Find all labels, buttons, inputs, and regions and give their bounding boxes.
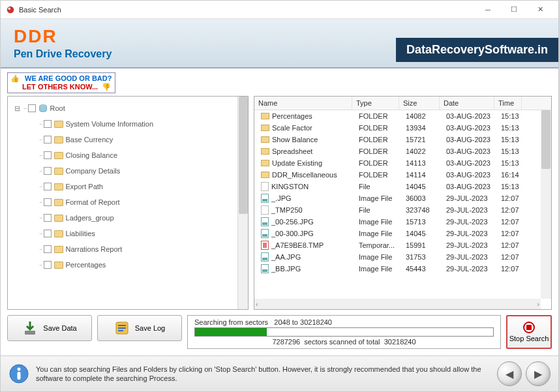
progress-panel: Searching from sectors 2048 to 30218240 … — [187, 315, 501, 349]
tree-root[interactable]: ⊟···Root — [12, 100, 232, 116]
website-label: DataRecoverySoftware.in — [396, 38, 558, 62]
progress-mid: sectors scanned of total — [304, 338, 380, 346]
table-row[interactable]: Update ExistingFOLDER1411303-AUG-202315:… — [254, 157, 551, 169]
next-arrow-icon: ▶ — [534, 368, 542, 380]
stop-search-button[interactable]: Stop Search — [506, 315, 552, 349]
folder-icon — [54, 152, 63, 159]
folder-icon — [261, 136, 269, 143]
save-data-button[interactable]: Save Data — [7, 315, 92, 341]
table-row[interactable]: KINGSTONFile1404503-AUG-202315:13 — [254, 181, 551, 192]
tmp-icon — [261, 241, 269, 250]
col-name[interactable]: Name — [254, 97, 352, 110]
folder-icon — [261, 113, 269, 119]
progress-bar — [194, 327, 494, 337]
progress-label: Searching from sectors — [194, 318, 268, 326]
tree-item[interactable]: ···System Volume Information — [12, 116, 232, 132]
table-row[interactable]: Show BalanceFOLDER1572103-AUG-202315:13 — [254, 134, 551, 145]
maximize-button[interactable]: ☐ — [501, 2, 527, 18]
folder-icon — [54, 246, 63, 253]
svg-rect-6 — [118, 327, 126, 329]
progress-range: 2048 to 30218240 — [274, 318, 332, 326]
drive-icon — [38, 104, 48, 113]
img-icon — [261, 194, 269, 203]
back-arrow-icon: ◀ — [506, 368, 513, 380]
progress-total: 30218240 — [384, 338, 416, 346]
footer-tip: You can stop searching Files and Folders… — [36, 365, 491, 384]
col-date[interactable]: Date — [440, 97, 494, 110]
promo-banner[interactable]: 👍 WE ARE GOOD OR BAD? LET OTHERS KNOW...… — [7, 72, 552, 93]
save-data-icon — [22, 320, 38, 336]
table-row[interactable]: _00-256.JPGImage File1571329-JUL-202312:… — [254, 216, 551, 228]
tree-scrollbar[interactable] — [237, 97, 248, 309]
folder-icon — [54, 215, 63, 222]
save-data-label: Save Data — [43, 324, 76, 332]
folder-icon — [261, 125, 269, 131]
tree-item[interactable]: ···Base Currency — [12, 132, 232, 147]
svg-rect-5 — [118, 325, 126, 326]
tree-item[interactable]: ···Company Details — [12, 163, 232, 179]
banner: DDR Pen Drive Recovery DataRecoverySoftw… — [1, 19, 558, 68]
stop-search-label: Stop Search — [509, 335, 549, 342]
tree-item[interactable]: ···Closing Balance — [12, 147, 232, 163]
img-icon — [261, 264, 269, 273]
tree-item[interactable]: ···Liabilities — [12, 226, 232, 241]
svg-point-9 — [18, 368, 21, 371]
folder-icon — [54, 262, 63, 269]
back-button[interactable]: ◀ — [497, 361, 522, 386]
svg-rect-7 — [118, 330, 123, 331]
list-scrollbar-horizontal[interactable]: ‹› — [254, 299, 541, 309]
thumbs-up-icon: 👍 — [10, 74, 20, 82]
minimize-button[interactable]: ─ — [475, 2, 501, 18]
col-size[interactable]: Size — [399, 97, 440, 110]
tree-item[interactable]: ···Ladgers_group — [12, 210, 232, 226]
save-log-button[interactable]: Save Log — [97, 315, 182, 341]
folder-icon — [54, 199, 63, 206]
tree-item[interactable]: ···Export Path — [12, 179, 232, 194]
table-row[interactable]: DDR_MiscellaneousFOLDER1411403-AUG-20231… — [254, 169, 551, 181]
table-row[interactable]: SpreadsheetFOLDER1402203-AUG-202315:13 — [254, 145, 551, 157]
table-row[interactable]: Scale FactorFOLDER1393403-AUG-202315:13 — [254, 122, 551, 134]
stop-icon — [523, 322, 535, 333]
folder-tree-panel: ⊟···Root···System Volume Information···B… — [7, 96, 249, 310]
table-row[interactable]: _A7E9BE8.TMPTemporar...1599129-JUL-20231… — [254, 239, 551, 251]
tree-item[interactable]: ···Format of Report — [12, 194, 232, 210]
folder-icon — [261, 172, 269, 178]
col-time[interactable]: Time — [494, 97, 522, 110]
progress-scanned: 7287296 — [272, 338, 300, 346]
folder-icon — [54, 168, 63, 175]
titlebar: Basic Search ─ ☐ ✕ — [1, 1, 558, 19]
svg-rect-10 — [18, 372, 21, 380]
table-row[interactable]: PercentagesFOLDER1408203-AUG-202315:13 — [254, 110, 551, 122]
save-log-label: Save Log — [135, 324, 165, 332]
file-list-panel: Name Type Size Date Time PercentagesFOLD… — [254, 96, 552, 310]
folder-icon — [54, 230, 63, 237]
img-icon — [261, 252, 269, 262]
thumbs-down-icon: 👎 — [102, 83, 111, 91]
promo-line1: WE ARE GOOD OR BAD? — [25, 74, 112, 82]
tree-item[interactable]: ···Percentages — [12, 257, 232, 273]
img-icon — [261, 217, 269, 226]
col-type[interactable]: Type — [352, 97, 399, 110]
doc-icon — [261, 182, 269, 191]
table-row[interactable]: _BB.JPGImage File4544329-JUL-202312:07 — [254, 263, 551, 275]
doc-icon — [261, 205, 269, 215]
svg-point-1 — [8, 7, 11, 10]
promo-line2: LET OTHERS KNOW... — [22, 83, 98, 91]
table-row[interactable]: _AA.JPGImage File3175329-JUL-202312:07 — [254, 251, 551, 263]
folder-icon — [54, 121, 63, 128]
img-icon — [261, 229, 269, 238]
info-icon — [8, 363, 29, 384]
table-row[interactable]: _.JPGImage File3600329-JUL-202312:07 — [254, 192, 551, 204]
table-row[interactable]: _00-300.JPGImage File1404529-JUL-202312:… — [254, 228, 551, 239]
list-header: Name Type Size Date Time — [254, 97, 551, 110]
folder-icon — [54, 183, 63, 190]
folder-icon — [261, 160, 269, 166]
next-button[interactable]: ▶ — [526, 361, 551, 386]
window-title: Basic Search — [19, 6, 475, 14]
close-button[interactable]: ✕ — [527, 2, 553, 18]
svg-rect-3 — [25, 331, 35, 335]
table-row[interactable]: _TMP250File32374829-JUL-202312:07 — [254, 204, 551, 216]
app-icon — [6, 5, 15, 14]
tree-item[interactable]: ···Narrations Report — [12, 241, 232, 257]
list-scrollbar-vertical[interactable] — [541, 110, 551, 299]
